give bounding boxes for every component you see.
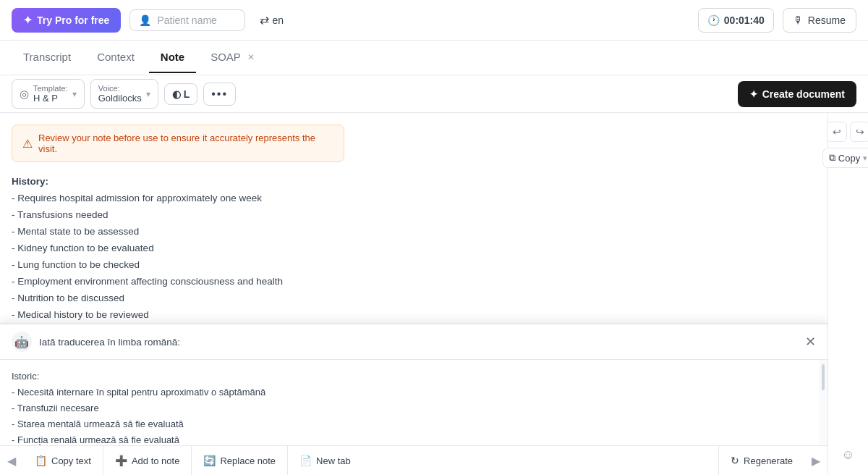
history-item-3: - Mental state to be assessed bbox=[12, 224, 816, 240]
add-to-note-label: Add to note bbox=[132, 455, 180, 466]
history-item-6: - Employment environment affecting consc… bbox=[12, 274, 816, 290]
clock-icon: 🕐 bbox=[707, 14, 720, 26]
emoji-button[interactable]: ☺ bbox=[837, 443, 860, 466]
history-item-2: - Transfusions needed bbox=[12, 207, 816, 224]
star-icon: ✦ bbox=[23, 14, 33, 27]
tab-context-label: Context bbox=[97, 51, 135, 63]
language-selector[interactable]: ⇄ en bbox=[254, 10, 289, 30]
warning-banner: ⚠ Review your note before use to ensure … bbox=[12, 125, 344, 162]
new-tab-label: New tab bbox=[316, 455, 351, 466]
more-dots-icon: ••• bbox=[211, 88, 228, 101]
create-document-label: Create document bbox=[762, 88, 845, 100]
note-area[interactable]: ⚠ Review your note before use to ensure … bbox=[0, 113, 827, 475]
translation-scroll-area: Istoric: - Necesită internare în spital … bbox=[0, 360, 827, 445]
tab-transcript-label: Transcript bbox=[23, 51, 71, 63]
tab-transcript[interactable]: Transcript bbox=[12, 42, 82, 73]
new-tab-icon: 📄 bbox=[299, 455, 312, 466]
voice-text: Voice: Goldilocks bbox=[98, 84, 142, 104]
warning-text: Review your note before use to ensure it… bbox=[38, 133, 333, 154]
replace-note-icon: 🔄 bbox=[203, 455, 216, 466]
mode-value: L bbox=[184, 88, 190, 100]
template-icon: ◎ bbox=[20, 88, 29, 101]
scroll-right-icon[interactable]: ▶ bbox=[804, 454, 827, 468]
tab-soap[interactable]: SOAP ✕ bbox=[199, 42, 268, 73]
redo-button[interactable]: ↪ bbox=[850, 122, 869, 142]
voice-selector[interactable]: Voice: Goldilocks ▾ bbox=[90, 79, 158, 109]
history-item-1: - Requires hospital admission for approx… bbox=[12, 190, 816, 207]
translation-content[interactable]: Istoric: - Necesită internare în spital … bbox=[0, 360, 819, 445]
toolbar: ◎ Template: H & P ▾ Voice: Goldilocks ▾ … bbox=[0, 75, 868, 113]
timer-display: 🕐 00:01:40 bbox=[698, 8, 774, 33]
template-chevron-icon: ▾ bbox=[72, 89, 77, 99]
translation-line-1: Istoric: bbox=[12, 369, 807, 384]
tab-note[interactable]: Note bbox=[149, 42, 196, 73]
tab-soap-close-icon[interactable]: ✕ bbox=[245, 51, 257, 63]
voice-value: Goldilocks bbox=[98, 93, 142, 104]
copy-text-button[interactable]: 📋 Copy text bbox=[23, 446, 103, 475]
regenerate-button[interactable]: ↻ Regenerate bbox=[718, 446, 804, 475]
template-text: Template: H & P bbox=[33, 84, 68, 104]
mic-icon: 🎙 bbox=[793, 14, 804, 26]
copy-text-icon: 📋 bbox=[35, 455, 47, 466]
history-item-7: - Nutrition to be discussed bbox=[12, 290, 816, 307]
header-right: 🕐 00:01:40 🎙 Resume bbox=[698, 8, 856, 33]
voice-label: Voice: bbox=[98, 84, 142, 93]
voice-chevron-icon: ▾ bbox=[146, 89, 150, 99]
template-label: Template: bbox=[33, 84, 68, 93]
patient-placeholder: Patient name bbox=[157, 14, 217, 26]
mode-sun-icon: ◐ bbox=[172, 88, 181, 100]
person-icon: 👤 bbox=[139, 14, 151, 26]
copy-icon: ⧉ bbox=[829, 152, 835, 164]
copy-expand-icon: ▾ bbox=[863, 154, 867, 163]
translation-panel: 🤖 Iată traducerea în limba română: ✕ Ist… bbox=[0, 323, 827, 475]
regenerate-label: Regenerate bbox=[744, 455, 793, 466]
replace-note-label: Replace note bbox=[220, 455, 276, 466]
tab-context[interactable]: Context bbox=[85, 42, 146, 73]
translation-line-5: - Funcția renală urmează să fie evaluată bbox=[12, 432, 807, 445]
regenerate-icon: ↻ bbox=[731, 455, 739, 466]
translation-close-icon[interactable]: ✕ bbox=[805, 335, 816, 348]
template-selector[interactable]: ◎ Template: H & P ▾ bbox=[12, 79, 85, 109]
try-pro-label: Try Pro for free bbox=[37, 14, 109, 26]
tabs-bar: Transcript Context Note SOAP ✕ bbox=[0, 41, 868, 75]
scrollbar-thumb bbox=[822, 364, 825, 390]
copy-text-label: Copy text bbox=[51, 455, 91, 466]
main-area: ⚠ Review your note before use to ensure … bbox=[0, 113, 868, 475]
try-pro-button[interactable]: ✦ Try Pro for free bbox=[12, 8, 121, 33]
tab-soap-label: SOAP bbox=[210, 51, 241, 63]
translation-header: 🤖 Iată traducerea în limba română: ✕ bbox=[0, 324, 827, 360]
template-value: H & P bbox=[33, 93, 68, 104]
translation-title: Iată traducerea în limba română: bbox=[39, 337, 180, 348]
translation-line-2: - Necesită internare în spital pentru ap… bbox=[12, 384, 807, 400]
copy-toolbar: ↩ ↪ ⧉ Copy ▾ bbox=[822, 122, 868, 168]
history-item-5: - Lung function to be checked bbox=[12, 257, 816, 274]
timer-value: 00:01:40 bbox=[724, 14, 765, 26]
add-to-note-button[interactable]: ➕ Add to note bbox=[103, 446, 192, 475]
header: ✦ Try Pro for free 👤 Patient name ⇄ en 🕐… bbox=[0, 0, 868, 41]
history-item-8: - Medical history to be reviewed bbox=[12, 307, 816, 324]
translation-footer: ◀ 📋 Copy text ➕ Add to note 🔄 Replace no… bbox=[0, 445, 827, 475]
copy-button[interactable]: ⧉ Copy ▾ bbox=[822, 148, 868, 168]
resume-button[interactable]: 🎙 Resume bbox=[783, 8, 856, 33]
translation-line-4: - Starea mentală urmează să fie evaluată bbox=[12, 416, 807, 432]
new-tab-button[interactable]: 📄 New tab bbox=[288, 446, 362, 475]
avatar: 🤖 bbox=[12, 332, 32, 352]
resume-label: Resume bbox=[808, 14, 846, 26]
undo-redo-section: ↩ ↪ bbox=[827, 122, 869, 142]
tab-note-label: Note bbox=[161, 51, 184, 63]
create-document-button[interactable]: ✦ Create document bbox=[738, 81, 856, 107]
undo-button[interactable]: ↩ bbox=[827, 122, 847, 142]
scroll-left-icon[interactable]: ◀ bbox=[0, 454, 23, 468]
translation-scrollbar bbox=[819, 360, 827, 445]
translate-icon: ⇄ bbox=[260, 13, 269, 27]
replace-note-button[interactable]: 🔄 Replace note bbox=[192, 446, 288, 475]
history-title: History: bbox=[12, 174, 816, 190]
patient-name-field[interactable]: 👤 Patient name bbox=[129, 9, 245, 31]
warning-icon: ⚠ bbox=[22, 137, 33, 151]
right-sidebar: ↩ ↪ ⧉ Copy ▾ ☺ bbox=[827, 113, 868, 475]
add-to-note-icon: ➕ bbox=[115, 455, 127, 466]
more-button[interactable]: ••• bbox=[203, 83, 236, 106]
history-item-4: - Kidney function to be evaluated bbox=[12, 240, 816, 257]
magic-wand-icon: ✦ bbox=[749, 88, 758, 100]
mode-toggle[interactable]: ◐ L bbox=[164, 83, 198, 105]
